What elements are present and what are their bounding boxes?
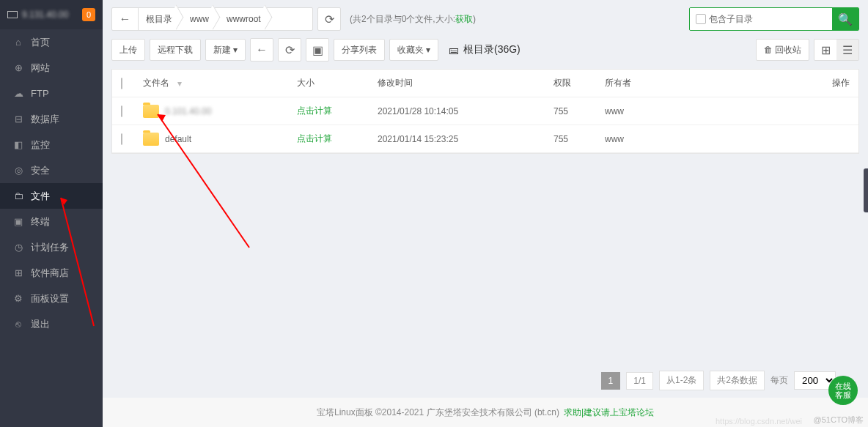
svg-line-2	[158, 114, 249, 248]
favorites-button[interactable]: 收藏夹 ▾	[389, 39, 438, 61]
col-op: 操作	[795, 77, 850, 89]
crumb-wwwroot[interactable]: wwwroot	[219, 8, 271, 30]
sidebar-item-数据库[interactable]: ⊟数据库	[0, 106, 103, 132]
page-range: 从1-2条	[659, 371, 704, 390]
col-owner[interactable]: 所有者	[605, 77, 795, 89]
nav-icon: ◷	[13, 242, 23, 253]
root-label: 🖴 根目录(36G)	[449, 43, 521, 56]
calc-size-link[interactable]: 点击计算	[297, 133, 332, 144]
page-total: 共2条数据	[710, 371, 765, 390]
col-name[interactable]: 文件名▾	[143, 77, 297, 89]
sort-icon: ▾	[177, 78, 182, 89]
trash-icon: 🗑	[764, 45, 773, 55]
nav-icon: ⎋	[13, 319, 23, 330]
nav-icon: ▣	[13, 216, 23, 227]
svg-marker-3	[158, 114, 166, 122]
search-input[interactable]	[759, 8, 832, 30]
file-owner: www	[605, 134, 795, 144]
list-view-button[interactable]: ☰	[836, 40, 858, 60]
sidebar-item-网站[interactable]: ⊕网站	[0, 55, 103, 81]
breadcrumb: ← 根目录wwwwwwroot	[111, 7, 313, 31]
col-perm[interactable]: 权限	[553, 77, 605, 89]
dir-info: (共2个目录与0个文件,大小:获取)	[345, 13, 480, 26]
search-box: 包含子目录 🔍	[689, 7, 859, 31]
nav-icon: ◧	[13, 139, 23, 150]
search-button[interactable]: 🔍	[832, 8, 858, 30]
file-owner: www	[605, 106, 795, 116]
monitor-icon	[7, 11, 18, 18]
table-header: 文件名▾ 大小 修改时间 权限 所有者 操作	[112, 70, 858, 97]
nav-icon: ⊟	[13, 114, 23, 125]
sidebar-item-监控[interactable]: ◧监控	[0, 132, 103, 157]
file-time: 2021/01/14 15:23:25	[378, 134, 553, 144]
remote-download-button[interactable]: 远程下载	[150, 39, 201, 61]
col-time[interactable]: 修改时间	[378, 77, 553, 89]
refresh-button[interactable]: ⟳	[317, 7, 341, 31]
annotation-arrow-2	[154, 108, 257, 255]
page-count: 1/1	[626, 372, 653, 390]
select-all-checkbox[interactable]	[121, 78, 122, 89]
disk-icon: 🖴	[449, 44, 459, 56]
nav-icon: 🗀	[13, 190, 23, 201]
file-perm: 755	[553, 106, 605, 116]
forum-link[interactable]: 求助|建议请上宝塔论坛	[564, 406, 654, 419]
terminal-button[interactable]: ▣	[306, 38, 329, 62]
nav-icon: ⊕	[13, 62, 23, 73]
right-handle[interactable]	[864, 168, 868, 212]
search-icon: 🔍	[838, 12, 853, 26]
search-subdir-option[interactable]: 包含子目录	[690, 8, 759, 30]
nav-back-button[interactable]: ←	[250, 38, 273, 62]
refresh2-button[interactable]: ⟳	[278, 38, 301, 62]
col-size[interactable]: 大小	[297, 77, 378, 89]
watermark: @51CTO博客	[814, 415, 864, 426]
nav-icon: ⌂	[13, 37, 23, 48]
upload-button[interactable]: 上传	[111, 39, 145, 61]
page-current[interactable]: 1	[601, 372, 621, 390]
crumb-www[interactable]: www	[183, 8, 219, 30]
server-info: 9.131.40.00 0	[0, 0, 103, 29]
sidebar-item-FTP[interactable]: ☁FTP	[0, 81, 103, 106]
row-checkbox[interactable]	[121, 105, 122, 117]
new-button[interactable]: 新建 ▾	[205, 39, 246, 61]
view-toggle: ⊞ ☰	[814, 39, 859, 61]
crumb-根目录[interactable]: 根目录	[139, 8, 183, 30]
watermark2: https://blog.csdn.net/wei	[716, 417, 802, 426]
get-size-link[interactable]: 获取	[455, 14, 473, 24]
file-perm: 755	[553, 134, 605, 144]
nav-icon: ☁	[13, 88, 23, 99]
sidebar-item-首页[interactable]: ⌂首页	[0, 29, 103, 55]
checkbox-icon	[696, 14, 706, 24]
nav-icon: ⚙	[13, 293, 23, 304]
row-checkbox[interactable]	[121, 133, 122, 145]
svg-line-0	[61, 198, 94, 326]
nav-icon: ◎	[13, 165, 23, 176]
grid-view-button[interactable]: ⊞	[814, 40, 836, 60]
recycle-button[interactable]: 🗑 回收站	[756, 39, 809, 61]
server-ip: 9.131.40.00	[22, 10, 68, 20]
nav-icon: ⊞	[13, 267, 23, 278]
support-button[interactable]: 在线 客服	[828, 376, 858, 405]
sidebar-item-安全[interactable]: ◎安全	[0, 157, 103, 183]
file-time: 2021/01/28 10:14:05	[378, 106, 553, 116]
calc-size-link[interactable]: 点击计算	[297, 105, 332, 116]
share-list-button[interactable]: 分享列表	[334, 39, 385, 61]
pagination: 1 1/1 从1-2条 共2条数据 每页 200 条	[601, 371, 850, 390]
update-badge[interactable]: 0	[82, 8, 95, 21]
back-button[interactable]: ←	[112, 8, 139, 30]
